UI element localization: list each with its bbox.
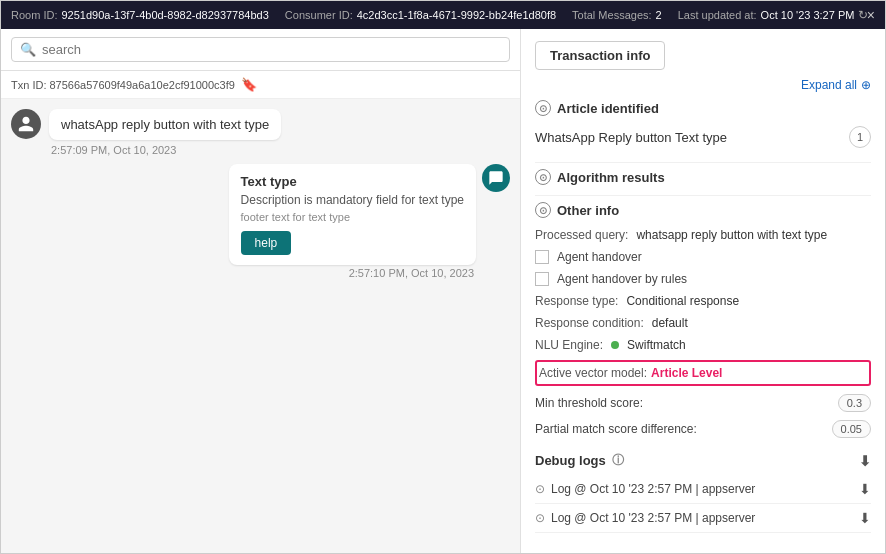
log-expand-icon-2[interactable]: ⊙ (535, 511, 545, 525)
avatar (11, 109, 41, 139)
close-icon[interactable]: × (867, 7, 875, 23)
algorithm-results-icon: ⊙ (535, 169, 551, 185)
search-input[interactable] (42, 42, 501, 57)
algorithm-results-section: ⊙ Algorithm results (535, 169, 871, 185)
article-identified-header: ⊙ Article identified (535, 100, 871, 116)
processed-query-value: whatsapp reply button with text type (636, 228, 827, 242)
log-text-1: Log @ Oct 10 '23 2:57 PM | appserver (551, 482, 755, 496)
expand-all-row: Expand all ⊕ (535, 78, 871, 92)
agent-handover-row: Agent handover (535, 246, 871, 268)
min-threshold-label: Min threshold score: (535, 396, 643, 410)
user-bubble: whatsApp reply button with text type (49, 109, 281, 140)
updated-item: Last updated at: Oct 10 '23 3:27 PM ↻ (678, 8, 869, 22)
nlu-dot-icon (611, 338, 619, 352)
messages-label: Total Messages: (572, 9, 651, 21)
debug-logs-section: Debug logs ⓘ ⬇ ⊙ Log @ Oct 10 '23 2:57 P… (535, 452, 871, 533)
log-entry-1: ⊙ Log @ Oct 10 '23 2:57 PM | appserver ⬇ (535, 475, 871, 504)
bookmark-icon[interactable]: 🔖 (241, 77, 257, 92)
active-vector-label: Active vector model: (539, 366, 647, 380)
log-expand-icon-1[interactable]: ⊙ (535, 482, 545, 496)
log-left-2: ⊙ Log @ Oct 10 '23 2:57 PM | appserver (535, 511, 755, 525)
expand-all-icon[interactable]: ⊕ (861, 78, 871, 92)
bot-timestamp: 2:57:10 PM, Oct 10, 2023 (349, 267, 510, 279)
messages-item: Total Messages: 2 (572, 9, 662, 21)
agent-handover-rules-row: Agent handover by rules (535, 268, 871, 290)
left-panel: 🔍 Txn ID: 87566a57609f49a6a10e2cf91000c3… (1, 29, 521, 553)
divider-2 (535, 195, 871, 196)
processed-query-label: Processed query: (535, 228, 628, 242)
response-condition-value: default (652, 316, 688, 330)
processed-query-row: Processed query: whatsapp reply button w… (535, 224, 871, 246)
log-entry-2: ⊙ Log @ Oct 10 '23 2:57 PM | appserver ⬇ (535, 504, 871, 533)
algorithm-results-header: ⊙ Algorithm results (535, 169, 871, 185)
log-left-1: ⊙ Log @ Oct 10 '23 2:57 PM | appserver (535, 482, 755, 496)
consumer-id-label: Consumer ID: (285, 9, 353, 21)
search-input-wrap: 🔍 (11, 37, 510, 62)
debug-download-icon[interactable]: ⬇ (859, 453, 871, 469)
other-info-header: ⊙ Other info (535, 202, 871, 218)
other-info-section: ⊙ Other info Processed query: whatsapp r… (535, 202, 871, 442)
bot-message-row: Text type Description is mandatory field… (229, 164, 510, 265)
article-count: 1 (849, 126, 871, 148)
consumer-id-item: Consumer ID: 4c2d3cc1-1f8a-4671-9992-bb2… (285, 9, 556, 21)
bot-icon (482, 164, 510, 192)
active-vector-row: Active vector model: Article Level (535, 360, 871, 386)
min-threshold-row: Min threshold score: 0.3 (535, 390, 871, 416)
expand-all-link[interactable]: Expand all (801, 78, 857, 92)
transaction-info-button[interactable]: Transaction info (535, 41, 665, 70)
debug-info-icon: ⓘ (612, 452, 624, 469)
main-layout: 🔍 Txn ID: 87566a57609f49a6a10e2cf91000c3… (1, 29, 885, 553)
response-type-label: Response type: (535, 294, 618, 308)
min-threshold-value: 0.3 (838, 394, 871, 412)
log-text-2: Log @ Oct 10 '23 2:57 PM | appserver (551, 511, 755, 525)
agent-handover-label: Agent handover (557, 250, 642, 264)
right-panel: Transaction info Expand all ⊕ ⊙ Article … (521, 29, 885, 553)
nlu-engine-value: Swiftmatch (627, 338, 686, 352)
other-info-icon: ⊙ (535, 202, 551, 218)
partial-match-label: Partial match score difference: (535, 422, 697, 436)
bot-help-button[interactable]: help (241, 231, 292, 255)
bot-message-wrap: Text type Description is mandatory field… (11, 164, 510, 279)
user-timestamp: 2:57:09 PM, Oct 10, 2023 (11, 144, 510, 156)
debug-logs-header: Debug logs ⓘ ⬇ (535, 452, 871, 469)
room-id-label: Room ID: (11, 9, 57, 21)
consumer-id-value: 4c2d3cc1-1f8a-4671-9992-bb24fe1d80f8 (357, 9, 556, 21)
txn-id-text: Txn ID: 87566a57609f49a6a10e2cf91000c3f9 (11, 79, 235, 91)
divider-1 (535, 162, 871, 163)
bot-bubble-desc: Description is mandatory field for text … (241, 193, 464, 207)
log-download-icon-2[interactable]: ⬇ (859, 510, 871, 526)
agent-handover-checkbox[interactable] (535, 250, 549, 264)
log-download-icon-1[interactable]: ⬇ (859, 481, 871, 497)
agent-handover-rules-checkbox[interactable] (535, 272, 549, 286)
article-identified-label: Article identified (557, 101, 659, 116)
chat-area: whatsApp reply button with text type 2:5… (1, 99, 520, 553)
response-condition-label: Response condition: (535, 316, 644, 330)
partial-match-value: 0.05 (832, 420, 871, 438)
bot-bubble: Text type Description is mandatory field… (229, 164, 476, 265)
article-row: WhatsApp Reply button Text type 1 (535, 122, 871, 152)
messages-value: 2 (656, 9, 662, 21)
txn-id-bar: Txn ID: 87566a57609f49a6a10e2cf91000c3f9… (1, 71, 520, 99)
response-type-value: Conditional response (626, 294, 739, 308)
other-info-label: Other info (557, 203, 619, 218)
nlu-engine-row: NLU Engine: Swiftmatch (535, 334, 871, 356)
bot-bubble-footer: footer text for text type (241, 211, 464, 223)
response-condition-row: Response condition: default (535, 312, 871, 334)
updated-label: Last updated at: (678, 9, 757, 21)
room-id-value: 9251d90a-13f7-4b0d-8982-d82937784bd3 (61, 9, 268, 21)
room-id-item: Room ID: 9251d90a-13f7-4b0d-8982-d829377… (11, 9, 269, 21)
top-bar: Room ID: 9251d90a-13f7-4b0d-8982-d829377… (1, 1, 885, 29)
updated-value: Oct 10 '23 3:27 PM (761, 9, 855, 21)
search-bar: 🔍 (1, 29, 520, 71)
bot-bubble-title: Text type (241, 174, 464, 189)
debug-logs-label: Debug logs (535, 453, 606, 468)
agent-handover-rules-label: Agent handover by rules (557, 272, 687, 286)
partial-match-row: Partial match score difference: 0.05 (535, 416, 871, 442)
search-icon: 🔍 (20, 42, 36, 57)
response-type-row: Response type: Conditional response (535, 290, 871, 312)
nlu-engine-label: NLU Engine: (535, 338, 603, 352)
article-identified-section: ⊙ Article identified WhatsApp Reply butt… (535, 100, 871, 152)
article-name: WhatsApp Reply button Text type (535, 130, 727, 145)
user-message-text: whatsApp reply button with text type (61, 117, 269, 132)
active-vector-value: Article Level (651, 366, 722, 380)
